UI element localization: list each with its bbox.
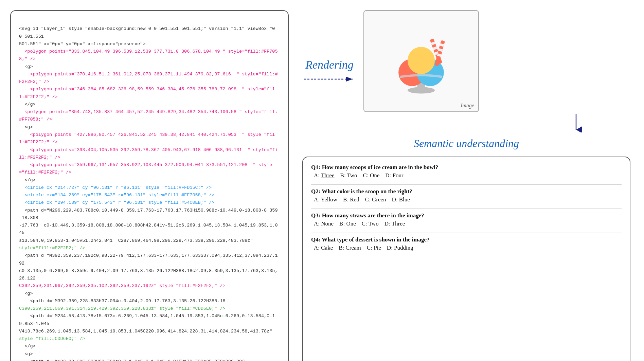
question-3: Q3: How many straws are there in the ima… xyxy=(311,212,622,227)
down-arrow-svg xyxy=(569,112,583,132)
question-1: Q1: How many scoops of ice cream are in … xyxy=(311,164,622,179)
questions-box: Q1: How many scoops of ice cream are in … xyxy=(302,157,630,361)
ice-cream-svg xyxy=(387,25,455,97)
svg-point-8 xyxy=(408,47,435,74)
image-label: Image xyxy=(461,103,474,109)
q1-answers: A: Three B: Two C: One D: Four xyxy=(314,172,622,179)
q3-text: Q3: How many straws are there in the ima… xyxy=(311,212,622,219)
q4-answer-b: Cream xyxy=(346,245,361,251)
question-2: Q2: What color is the scoop on the right… xyxy=(311,188,622,203)
rendering-section: Rendering xyxy=(302,38,357,84)
q2-answer-d: Blue xyxy=(399,196,410,203)
left-panel: <svg id="Layer_1" style="enable-backgrou… xyxy=(10,10,289,361)
q1-text: Q1: How many scoops of ice cream are in … xyxy=(311,164,622,171)
main-container: <svg id="Layer_1" style="enable-backgrou… xyxy=(0,0,644,361)
q3-answer-c: Two xyxy=(369,220,379,227)
image-box: Image xyxy=(363,10,479,112)
q3-answers: A: None B: One C: Two D: Three xyxy=(314,220,622,227)
question-4: Q4: What type of dessert is shown in the… xyxy=(311,236,622,251)
semantic-label: Semantic understanding xyxy=(302,137,630,150)
q2-text: Q2: What color is the scoop on the right… xyxy=(311,188,622,195)
rendering-arrow xyxy=(302,74,357,84)
svg-point-5 xyxy=(408,87,435,93)
q1-answer-a: Three xyxy=(321,172,335,179)
q4-text: Q4: What type of dessert is shown in the… xyxy=(311,236,622,243)
code-content: <svg id="Layer_1" style="enable-backgrou… xyxy=(19,18,280,361)
q2-answers: A: Yellow B: Red C: Green D: Blue xyxy=(314,196,622,203)
q4-answers: A: Cake B: Cream C: Pie D: Pudding xyxy=(314,245,622,251)
rendering-label: Rendering xyxy=(305,58,354,71)
right-panel: Rendering xyxy=(302,10,630,361)
